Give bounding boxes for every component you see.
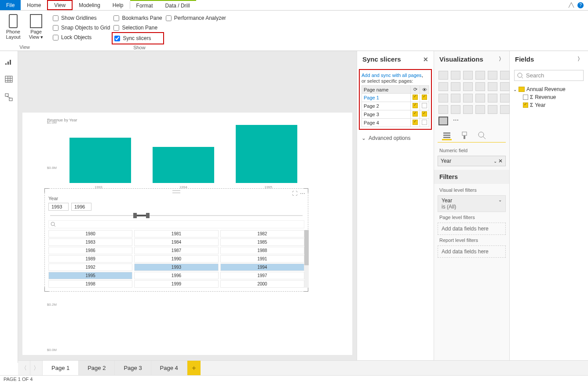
slider-knob-right[interactable] <box>146 213 150 218</box>
page-tab-4[interactable]: Page 4 <box>151 361 187 375</box>
chevron-right-icon[interactable]: 〉 <box>577 55 583 63</box>
numeric-field-well[interactable]: Year ⌄ ✕ <box>438 156 506 166</box>
ribbon-collapse-icon[interactable]: ╱╲ <box>569 3 574 7</box>
sync-checkbox[interactable] <box>413 95 418 100</box>
scrollbar[interactable] <box>304 230 309 288</box>
fields-tab-icon[interactable] <box>442 131 452 140</box>
sync-checkbox[interactable] <box>413 120 418 125</box>
year-cell[interactable]: 1992 <box>48 263 132 271</box>
viz-type-icon[interactable] <box>463 105 473 114</box>
focus-mode-icon[interactable]: ⛶ <box>292 190 297 197</box>
viz-type-icon[interactable] <box>475 82 485 91</box>
sync-page-name[interactable]: Page 2 <box>362 102 411 110</box>
viz-type-icon[interactable] <box>463 94 473 102</box>
sync-page-name[interactable]: Page 4 <box>362 119 411 127</box>
year-cell[interactable]: 1989 <box>48 255 132 263</box>
viz-type-icon[interactable] <box>475 71 485 80</box>
viz-type-icon[interactable] <box>488 94 497 102</box>
fields-search-input[interactable]: Search <box>514 70 584 81</box>
bar-1994[interactable] <box>153 147 214 183</box>
slider-knob-left[interactable] <box>133 213 137 218</box>
viz-type-icon[interactable] <box>451 71 460 80</box>
year-cell[interactable]: 1982 <box>220 230 304 238</box>
viz-type-icon[interactable] <box>438 105 448 114</box>
data-view-icon[interactable] <box>5 76 13 83</box>
sync-page-name[interactable]: Page 1 <box>362 94 411 102</box>
year-cell[interactable]: 1999 <box>134 280 218 288</box>
year-cell[interactable]: 1980 <box>48 230 132 238</box>
viz-type-icon[interactable] <box>438 117 448 125</box>
year-cell[interactable]: 1993 <box>134 263 218 271</box>
advanced-options-toggle[interactable]: ⌄ Advanced options <box>357 132 434 145</box>
viz-type-icon[interactable] <box>488 71 497 80</box>
tab-data-drill[interactable]: Data / Drill <box>159 0 196 10</box>
viz-type-icon[interactable] <box>451 105 460 114</box>
field-revenue[interactable]: Σ Revenue <box>513 93 584 101</box>
viz-type-icon[interactable] <box>451 82 460 91</box>
chk-selection-pane[interactable]: Selection Pane <box>113 23 162 33</box>
tab-modeling[interactable]: Modeling <box>73 0 106 10</box>
year-cell[interactable]: 1997 <box>220 272 304 279</box>
year-cell[interactable]: 1985 <box>220 238 304 246</box>
viz-type-icon[interactable] <box>500 82 510 91</box>
page-next-button[interactable]: 〉 <box>30 361 43 375</box>
chevron-right-icon[interactable]: 〉 <box>499 55 504 63</box>
chk-snap-objects[interactable]: Snap Objects to Grid <box>53 23 110 33</box>
viz-type-icon[interactable] <box>500 71 510 80</box>
viz-type-icon[interactable] <box>451 94 460 102</box>
year-cell[interactable]: 1988 <box>220 247 304 254</box>
visible-checkbox[interactable] <box>422 95 427 100</box>
year-cell[interactable]: 1984 <box>134 238 218 246</box>
slicer-visual[interactable]: ⛶ ⋯ Year 1993 1996 19801981198219831 <box>44 188 308 292</box>
slicer-to-input[interactable]: 1996 <box>71 203 91 211</box>
chk-sync-slicers[interactable]: Sync slicers <box>114 33 161 43</box>
tab-format[interactable]: Format <box>130 0 159 10</box>
year-cell[interactable]: 1986 <box>48 247 132 254</box>
viz-type-icon[interactable] <box>488 105 497 114</box>
year-cell[interactable]: 1991 <box>220 255 304 263</box>
page-filters-drop[interactable]: Add data fields here <box>438 223 506 235</box>
phone-layout-button[interactable]: Phone Layout <box>4 12 23 44</box>
viz-type-icon[interactable] <box>500 105 510 114</box>
year-cell[interactable]: 1995 <box>48 272 132 279</box>
field-checkbox[interactable] <box>523 102 528 108</box>
viz-type-icon[interactable] <box>463 82 473 91</box>
year-cell[interactable]: 2000 <box>220 280 304 288</box>
visible-checkbox[interactable] <box>422 111 427 117</box>
sync-all-link[interactable]: Add and sync with all pages <box>362 73 421 78</box>
year-cell[interactable]: 1983 <box>48 238 132 246</box>
format-tab-icon[interactable] <box>460 131 469 140</box>
bar-1993[interactable] <box>69 138 131 183</box>
drag-grip-icon[interactable] <box>172 190 180 193</box>
visible-checkbox[interactable] <box>422 103 427 108</box>
slicer-search[interactable] <box>48 220 304 228</box>
report-filters-drop[interactable]: Add data fields here <box>438 245 506 258</box>
sync-checkbox[interactable] <box>413 103 418 108</box>
page-view-button[interactable]: Page View ▾ <box>26 12 46 44</box>
chk-performance-analyzer[interactable]: Performance Analyzer <box>166 13 226 23</box>
viz-type-icon[interactable] <box>438 94 448 102</box>
filter-card-year[interactable]: Year⌄ is (All) <box>438 195 506 212</box>
page-tab-3[interactable]: Page 3 <box>115 361 151 375</box>
page-prev-button[interactable]: 〈 <box>18 361 30 375</box>
visible-checkbox[interactable] <box>422 120 427 125</box>
analytics-tab-icon[interactable] <box>477 131 487 140</box>
model-view-icon[interactable] <box>5 93 13 101</box>
close-icon[interactable]: ✕ <box>423 56 428 63</box>
add-page-button[interactable]: + <box>187 361 201 375</box>
report-view-icon[interactable] <box>5 58 13 65</box>
year-cell[interactable]: 1981 <box>134 230 218 238</box>
viz-type-icon[interactable] <box>475 94 485 102</box>
year-cell[interactable]: 1998 <box>48 280 132 288</box>
slicer-slider[interactable] <box>50 215 303 216</box>
report-canvas[interactable]: Revenue by Year $1.0M $0.8M $0.6M $0.4M … <box>18 51 357 363</box>
help-icon[interactable]: ? <box>577 2 584 8</box>
viz-type-icon[interactable] <box>438 71 448 80</box>
viz-type-icon[interactable] <box>463 71 473 80</box>
bar-1995[interactable] <box>236 125 297 183</box>
sync-checkbox[interactable] <box>413 111 418 117</box>
chevron-down-icon[interactable]: ⌄ <box>498 197 502 204</box>
field-checkbox[interactable] <box>523 95 528 100</box>
more-options-icon[interactable]: ⋯ <box>300 190 305 197</box>
viz-type-icon[interactable] <box>500 94 510 102</box>
